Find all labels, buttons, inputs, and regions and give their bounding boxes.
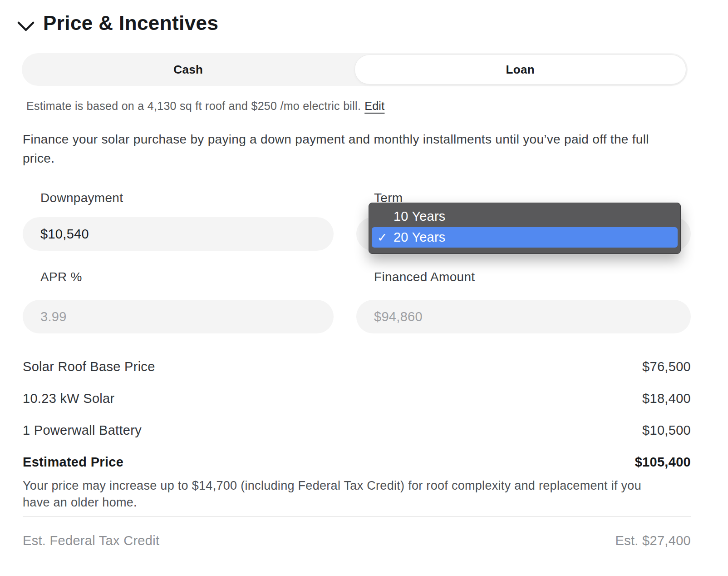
price-row-label: 1 Powerwall Battery: [23, 423, 142, 438]
financed-amount-input[interactable]: $94,860: [356, 300, 691, 333]
term-option-10-years[interactable]: 10 Years: [372, 205, 678, 227]
financed-amount-label: Financed Amount: [374, 270, 475, 284]
divider: [23, 516, 691, 516]
checkmark-icon: ✓: [377, 230, 394, 245]
estimate-note-text: Estimate is based on a 4,130 sq ft roof …: [26, 99, 361, 112]
close-icon[interactable]: ✕: [697, 0, 715, 4]
financed-amount-value: $94,860: [374, 309, 423, 324]
price-row-label: Solar Roof Base Price: [23, 359, 155, 374]
price-row-label: 10.23 kW Solar: [23, 391, 114, 406]
estimate-note: Estimate is based on a 4,130 sq ft roof …: [26, 99, 384, 113]
term-option-20-years[interactable]: ✓ 20 Years: [372, 227, 678, 248]
page-title: Price & Incentives: [43, 12, 218, 35]
estimated-price-value: $105,400: [635, 455, 691, 470]
federal-tax-credit-value: Est. $27,400: [615, 533, 691, 548]
apr-label: APR %: [40, 270, 82, 284]
price-row-value: $10,500: [642, 423, 691, 438]
price-row-value: $76,500: [642, 359, 691, 374]
price-incentives-panel: ✕ Price & Incentives Cash Loan Estimate …: [0, 0, 728, 576]
apr-input[interactable]: 3.99: [23, 300, 334, 333]
term-option-label: 10 Years: [394, 209, 446, 224]
federal-tax-credit-label: Est. Federal Tax Credit: [23, 533, 159, 548]
term-dropdown-menu: 10 Years ✓ 20 Years: [369, 203, 681, 254]
estimated-price-label: Estimated Price: [23, 455, 123, 470]
price-row-value: $18,400: [642, 391, 691, 406]
downpayment-input[interactable]: $10,540: [23, 217, 334, 251]
downpayment-label: Downpayment: [40, 191, 123, 205]
payment-method-toggle: Cash Loan: [22, 53, 688, 86]
downpayment-value: $10,540: [40, 227, 89, 242]
term-option-label: 20 Years: [394, 230, 446, 245]
price-disclaimer: Your price may increase up to $14,700 (i…: [23, 477, 667, 511]
apr-value: 3.99: [40, 309, 67, 324]
chevron-down-icon[interactable]: [17, 19, 35, 33]
tab-cash[interactable]: Cash: [22, 53, 355, 86]
tab-cash-label: Cash: [173, 63, 203, 77]
loan-description: Finance your solar purchase by paying a …: [23, 130, 676, 168]
tab-loan[interactable]: Loan: [355, 55, 686, 84]
edit-link[interactable]: Edit: [364, 99, 384, 112]
tab-loan-label: Loan: [506, 63, 535, 77]
